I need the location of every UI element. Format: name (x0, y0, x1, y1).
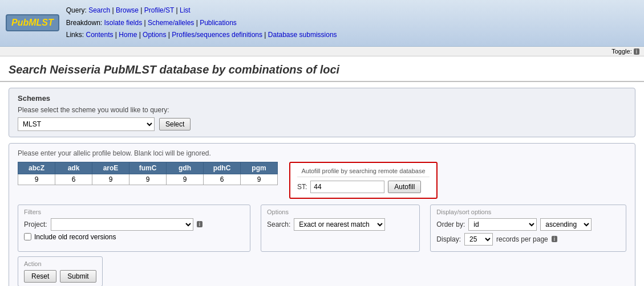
profile-inner: abcZ adk aroE fumC gdh pdhC pgm (18, 162, 626, 199)
action-wrapper: Action Reset Submit (18, 256, 626, 286)
autofill-box: Autofill profile by searching remote dat… (289, 162, 438, 199)
include-old-checkbox[interactable] (24, 233, 31, 240)
scheme-label: Please select the scheme you would like … (18, 106, 626, 114)
allele-table: abcZ adk aroE fumC gdh pdhC pgm (18, 162, 278, 185)
per-page-label: records per page (496, 235, 548, 243)
include-old-label: Include old record versions (34, 233, 116, 241)
breakdown-label: Breakdown: (66, 19, 102, 27)
options-col-title: Options (267, 209, 414, 215)
input-pdhc[interactable] (210, 175, 233, 183)
display-sort-title: Display/sort options (436, 209, 620, 215)
submit-button[interactable]: Submit (60, 270, 96, 283)
page-title: Search Neisseria PubMLST database by com… (0, 56, 644, 82)
autofill-button[interactable]: Autofill (388, 181, 421, 193)
breakdown-isolate-link[interactable]: Isolate fields (104, 19, 142, 27)
direction-select[interactable]: ascending descending (540, 218, 592, 231)
col-pdhc: pdhC (204, 162, 241, 174)
val-gdh[interactable] (167, 174, 204, 185)
input-aroe[interactable] (99, 175, 122, 183)
links-label: Links: (66, 31, 84, 39)
search-row: Search: Exact or nearest match Exact mat… (267, 218, 414, 231)
val-adk[interactable] (55, 174, 92, 185)
action-section: Action Reset Submit (18, 256, 103, 286)
display-select[interactable]: 10 25 50 100 (464, 233, 493, 246)
order-label: Order by: (436, 220, 465, 228)
profile-section: Please enter your allelic profile below.… (9, 143, 635, 286)
select-button[interactable]: Select (159, 118, 191, 130)
input-adk[interactable] (62, 175, 85, 183)
breakdown-scheme-link[interactable]: Scheme/alleles (148, 19, 194, 27)
display-sort-col: Display/sort options Order by: id name d… (430, 205, 626, 252)
logo: PubMLST (6, 14, 59, 31)
val-pdhc[interactable] (204, 174, 241, 185)
breakdown-row: Breakdown: Isolate fields | Scheme/allel… (66, 17, 337, 30)
action-buttons: Reset Submit (24, 270, 96, 283)
reset-button[interactable]: Reset (24, 270, 56, 283)
toggle-label: Toggle: (611, 48, 631, 55)
val-aroe[interactable] (92, 174, 129, 185)
toggle-info-button[interactable]: i (634, 48, 639, 55)
action-title: Action (24, 260, 96, 267)
schemes-title: Schemes (18, 94, 626, 103)
search-label: Search: (267, 220, 290, 228)
display-label: Display: (436, 235, 461, 243)
autofill-title: Autofill profile by searching remote dat… (297, 167, 430, 177)
project-label: Project: (24, 220, 47, 228)
filters-col: Filters Project: i Include old record ve… (18, 205, 250, 252)
project-info-btn[interactable]: i (197, 221, 202, 227)
nav-submissions-link[interactable]: Database submissions (268, 31, 337, 39)
allele-value-row (18, 174, 278, 185)
profile-note: Please enter your allelic profile below.… (18, 149, 626, 157)
col-fumc: fumC (129, 162, 167, 174)
allele-header-row: abcZ adk aroE fumC gdh pdhC pgm (18, 162, 278, 174)
filters-col-title: Filters (24, 209, 244, 215)
header: PubMLST Query: Search | Browse | Profile… (0, 0, 644, 47)
query-browse-link[interactable]: Browse (116, 6, 139, 14)
query-row: Query: Search | Browse | Profile/ST | Li… (66, 5, 337, 17)
st-label: ST: (297, 183, 307, 191)
nav-profiles-link[interactable]: Profiles/sequences definitions (172, 31, 262, 39)
schemes-section: Schemes Please select the scheme you wou… (9, 88, 635, 137)
col-abcz: abcZ (18, 162, 55, 174)
order-select[interactable]: id name date (468, 218, 537, 231)
query-search-link[interactable]: Search (88, 6, 110, 14)
logo-text: PubMLST (11, 18, 54, 27)
nav-options-link[interactable]: Options (143, 31, 166, 39)
input-pgm[interactable] (248, 175, 270, 183)
project-row: Project: i (24, 218, 244, 231)
filters-options-row: Filters Project: i Include old record ve… (18, 205, 626, 252)
links-row: Links: Contents | Home | Options | Profi… (66, 29, 337, 42)
val-pgm[interactable] (241, 174, 278, 185)
query-profile-link[interactable]: Profile/ST (144, 6, 174, 14)
query-list-link[interactable]: List (180, 6, 191, 14)
input-fumc[interactable] (136, 175, 159, 183)
autofill-row: ST: Autofill (297, 181, 430, 193)
header-links: Query: Search | Browse | Profile/ST | Li… (66, 5, 337, 42)
order-row: Order by: id name date ascending descend… (436, 218, 620, 231)
display-info-btn[interactable]: i (552, 236, 557, 242)
search-select[interactable]: Exact or nearest match Exact match only (294, 218, 385, 231)
project-select[interactable] (51, 218, 193, 231)
val-abcz[interactable] (18, 174, 55, 185)
nav-contents-link[interactable]: Contents (86, 31, 113, 39)
input-abcz[interactable] (25, 175, 48, 183)
toggle-bar: Toggle: i (0, 47, 644, 56)
breakdown-publications-link[interactable]: Publications (200, 19, 237, 27)
col-adk: adk (55, 162, 92, 174)
col-gdh: gdh (167, 162, 204, 174)
main-content: Schemes Please select the scheme you wou… (0, 82, 644, 286)
st-input[interactable] (310, 181, 384, 193)
col-aroe: aroE (92, 162, 129, 174)
nav-home-link[interactable]: Home (119, 31, 137, 39)
include-old-row: Include old record versions (24, 233, 244, 241)
scheme-row: MLST Select (18, 117, 626, 131)
display-row: Display: 10 25 50 100 records per page i (436, 233, 620, 246)
scheme-select[interactable]: MLST (18, 117, 155, 131)
val-fumc[interactable] (129, 174, 167, 185)
options-col: Options Search: Exact or nearest match E… (261, 205, 420, 252)
col-pgm: pgm (241, 162, 278, 174)
input-gdh[interactable] (173, 175, 196, 183)
allele-table-wrapper: abcZ adk aroE fumC gdh pdhC pgm (18, 162, 278, 185)
query-label: Query: (66, 6, 87, 14)
